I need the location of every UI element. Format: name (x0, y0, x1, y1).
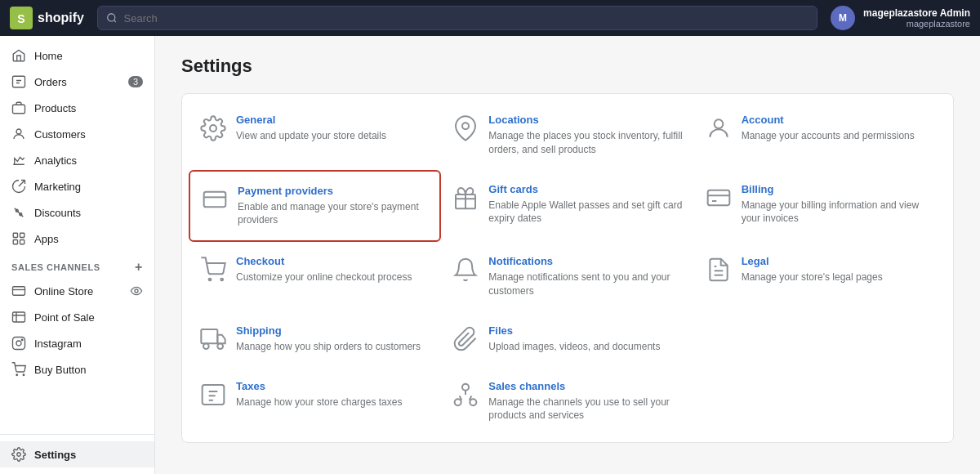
settings-item-notifications[interactable]: Notifications Manage notifications sent … (441, 242, 693, 311)
sidebar-item-instagram[interactable]: Instagram (0, 330, 154, 356)
svg-rect-33 (203, 385, 225, 405)
svg-point-34 (462, 383, 469, 390)
gift-cards-title: Gift cards (488, 183, 682, 195)
svg-point-19 (17, 453, 21, 457)
buy-button-icon (11, 362, 26, 377)
sidebar-item-apps[interactable]: Apps (0, 226, 154, 252)
sidebar-item-products[interactable]: Products (0, 95, 154, 121)
sidebar-item-buy-button[interactable]: Buy Button (0, 356, 154, 382)
sidebar-item-home[interactable]: Home (0, 42, 154, 69)
settings-item-payment-providers[interactable]: Payment providers Enable and manage your… (189, 170, 441, 243)
sidebar: Home Orders 3 Products Customers Analyti… (0, 36, 155, 474)
account-icon (706, 115, 732, 141)
user-store: mageplazastore (863, 19, 970, 29)
svg-point-21 (462, 123, 469, 129)
sidebar-item-orders[interactable]: Orders 3 (0, 69, 154, 95)
settings-grid: General View and update your store detai… (181, 93, 954, 443)
user-info: mageplazastore Admin mageplazastore (863, 7, 970, 29)
svg-rect-30 (201, 329, 217, 343)
general-desc: View and update your store details (236, 129, 386, 143)
search-input[interactable] (124, 12, 809, 25)
analytics-icon (11, 153, 26, 168)
sidebar-item-pos[interactable]: Point of Sale (0, 304, 154, 330)
svg-text:S: S (17, 12, 24, 25)
instagram-label: Instagram (34, 338, 82, 350)
svg-point-20 (210, 125, 216, 132)
products-label: Products (34, 102, 76, 114)
gift-cards-desc: Enable Apple Wallet passes and set gift … (488, 199, 682, 226)
sidebar-item-online-store[interactable]: Online Store (0, 278, 154, 304)
settings-item-billing[interactable]: Billing Manage your billing information … (694, 170, 947, 243)
svg-point-31 (203, 343, 209, 349)
general-icon (200, 115, 226, 141)
apps-icon (11, 231, 26, 246)
svg-point-36 (470, 399, 477, 405)
sidebar-item-settings[interactable]: Settings (0, 441, 154, 467)
main-content: Settings General View and update your st… (155, 36, 980, 474)
svg-point-32 (217, 343, 223, 349)
svg-point-12 (135, 289, 138, 293)
svg-rect-23 (204, 191, 226, 207)
settings-item-legal[interactable]: Legal Manage your store's legal pages (694, 242, 947, 311)
settings-item-shipping[interactable]: Shipping Manage how you ship orders to c… (189, 311, 441, 367)
add-sales-channel-button[interactable]: + (135, 260, 143, 275)
sidebar-item-analytics[interactable]: Analytics (0, 147, 154, 173)
svg-rect-13 (13, 312, 25, 322)
eye-icon (130, 284, 143, 297)
sales-channels-icon (452, 382, 479, 408)
apps-label: Apps (34, 233, 59, 245)
sidebar-item-customers[interactable]: Customers (0, 121, 154, 147)
online-store-icon (11, 284, 26, 298)
sidebar-footer: Settings (0, 434, 154, 474)
settings-item-locations[interactable]: Locations Manage the places you stock in… (441, 101, 693, 170)
svg-rect-3 (13, 76, 25, 87)
files-icon (452, 326, 479, 352)
instagram-icon (11, 336, 26, 351)
svg-point-35 (455, 399, 461, 405)
notifications-desc: Manage notifications sent to you and you… (488, 271, 682, 298)
search-bar[interactable] (97, 6, 817, 30)
billing-title: Billing (742, 183, 935, 195)
settings-item-sales-channels[interactable]: Sales channels Manage the channels you u… (441, 367, 693, 436)
discounts-label: Discounts (34, 207, 81, 219)
svg-rect-25 (707, 190, 729, 205)
svg-rect-9 (13, 240, 17, 244)
svg-point-15 (16, 341, 21, 346)
general-title: General (236, 114, 386, 126)
svg-rect-7 (13, 233, 17, 237)
sidebar-item-marketing[interactable]: Marketing (0, 173, 154, 199)
settings-item-checkout[interactable]: Checkout Customize your online checkout … (189, 242, 441, 311)
settings-item-gift-cards[interactable]: Gift cards Enable Apple Wallet passes an… (441, 170, 693, 243)
settings-item-general[interactable]: General View and update your store detai… (189, 101, 441, 170)
settings-item-taxes[interactable]: Taxes Manage how your store charges taxe… (189, 367, 441, 436)
shopify-logo-icon: S (10, 7, 33, 29)
payment-title: Payment providers (238, 185, 428, 197)
marketing-icon (11, 179, 26, 194)
logo-area[interactable]: S shopify (10, 7, 84, 29)
svg-point-17 (16, 374, 18, 376)
avatar: M (831, 6, 855, 30)
svg-point-16 (21, 339, 23, 341)
payment-desc: Enable and manage your store's payment p… (238, 200, 428, 228)
svg-rect-10 (20, 240, 24, 244)
billing-desc: Manage your billing information and view… (742, 199, 935, 226)
search-icon (106, 12, 118, 24)
account-title: Account (742, 114, 915, 126)
shipping-icon (200, 326, 226, 352)
settings-item-account[interactable]: Account Manage your accounts and permiss… (694, 101, 947, 170)
home-label: Home (34, 50, 63, 62)
notifications-icon (452, 257, 479, 283)
customers-label: Customers (34, 128, 86, 141)
pos-label: Point of Sale (34, 311, 95, 324)
settings-icon (11, 447, 26, 462)
settings-item-files[interactable]: Files Upload images, videos, and documen… (441, 311, 693, 367)
user-name: mageplazastore Admin (863, 7, 970, 19)
sidebar-item-discounts[interactable]: Discounts (0, 199, 154, 226)
shipping-desc: Manage how you ship orders to customers (236, 340, 421, 354)
svg-point-18 (23, 374, 24, 376)
products-icon (11, 101, 26, 115)
online-store-label: Online Store (34, 285, 93, 297)
svg-rect-8 (20, 233, 24, 237)
locations-desc: Manage the places you stock inventory, f… (488, 129, 682, 157)
top-nav: S shopify M mageplazastore Admin magepla… (0, 0, 980, 36)
